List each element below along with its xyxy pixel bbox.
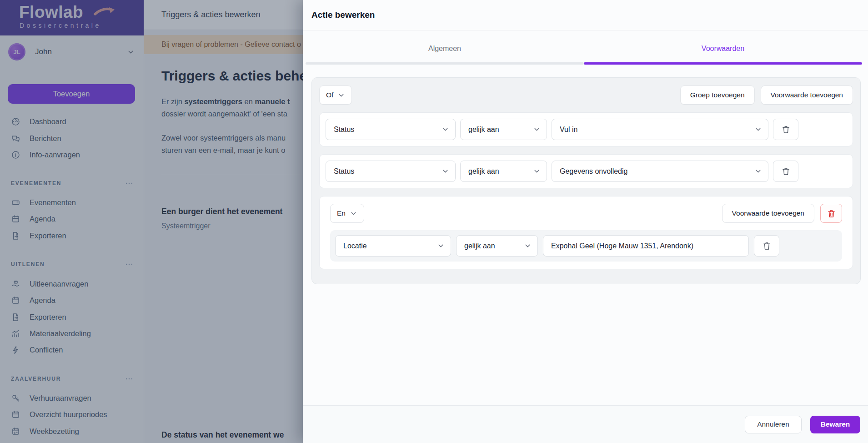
select-value: Locatie bbox=[343, 242, 437, 250]
tab-algemeen[interactable]: Algemeen bbox=[306, 30, 584, 65]
value-select[interactable]: Gegevens onvolledig bbox=[552, 161, 768, 182]
add-condition-button[interactable]: Voorwaarde toevoegen bbox=[761, 86, 853, 105]
operator-select[interactable]: gelijk aan bbox=[460, 119, 547, 140]
chevron-down-icon bbox=[524, 242, 532, 250]
trash-icon bbox=[762, 241, 772, 251]
select-value: Vul in bbox=[560, 126, 754, 134]
condition-row: Status gelijk aan Vul in bbox=[319, 112, 853, 146]
condition-builder: Of Groep toevoegen Voorwaarde toevoegen … bbox=[311, 77, 861, 284]
builder-header-row: Of Groep toevoegen Voorwaarde toevoegen bbox=[319, 86, 853, 105]
tab-voorwaarden[interactable]: Voorwaarden bbox=[584, 30, 862, 65]
chevron-down-icon bbox=[337, 91, 345, 99]
chevron-down-icon bbox=[533, 126, 541, 133]
select-value: gelijk aan bbox=[468, 126, 533, 134]
builder-header-actions: Groep toevoegen Voorwaarde toevoegen bbox=[680, 86, 853, 105]
modal-footer: Annuleren Bewaren bbox=[303, 405, 868, 443]
trash-icon bbox=[827, 209, 836, 218]
condition-row: Status gelijk aan Gegevens onvolledig bbox=[319, 154, 853, 188]
value-input[interactable] bbox=[543, 235, 749, 257]
group-header-row: En Voorwaarde toevoegen bbox=[330, 204, 842, 223]
operator-value: Of bbox=[326, 91, 333, 99]
add-condition-button[interactable]: Voorwaarde toevoegen bbox=[722, 204, 814, 223]
group-header-actions: Voorwaarde toevoegen bbox=[722, 204, 842, 223]
delete-condition-button[interactable] bbox=[773, 119, 798, 140]
group-operator-select[interactable]: En bbox=[330, 204, 364, 223]
modal-backdrop[interactable] bbox=[0, 0, 303, 443]
delete-condition-button[interactable] bbox=[773, 161, 798, 182]
operator-select[interactable]: gelijk aan bbox=[460, 161, 547, 182]
operator-select[interactable]: gelijk aan bbox=[456, 235, 538, 257]
trash-icon bbox=[781, 166, 791, 176]
chevron-down-icon bbox=[754, 167, 762, 175]
select-value: Status bbox=[334, 126, 442, 134]
modal-tabs: Algemeen Voorwaarden bbox=[306, 30, 862, 65]
app: Flowlab Dossiercentrale JL John Toevoege… bbox=[0, 0, 868, 443]
field-select[interactable]: Locatie bbox=[335, 235, 451, 257]
tab-label: Voorwaarden bbox=[702, 45, 744, 53]
edit-action-modal: Actie bewerken Algemeen Voorwaarden Of bbox=[303, 0, 868, 443]
select-value: Gegevens onvolledig bbox=[560, 167, 754, 176]
chevron-down-icon bbox=[442, 167, 449, 175]
chevron-down-icon bbox=[350, 210, 357, 217]
add-group-button[interactable]: Groep toevoegen bbox=[680, 86, 755, 105]
group-conditions-panel: Locatie gelijk aan bbox=[330, 230, 842, 262]
field-select[interactable]: Status bbox=[326, 119, 456, 140]
value-select[interactable]: Vul in bbox=[552, 119, 768, 140]
cancel-button[interactable]: Annuleren bbox=[745, 416, 802, 433]
modal-title: Actie bewerken bbox=[311, 10, 375, 20]
operator-value: En bbox=[337, 209, 346, 217]
modal-header: Actie bewerken bbox=[303, 0, 868, 30]
chevron-down-icon bbox=[442, 126, 449, 133]
tab-label: Algemeen bbox=[428, 45, 461, 53]
chevron-down-icon bbox=[533, 167, 541, 175]
save-button[interactable]: Bewaren bbox=[810, 416, 860, 433]
field-select[interactable]: Status bbox=[326, 161, 456, 182]
chevron-down-icon bbox=[754, 126, 762, 133]
delete-group-button[interactable] bbox=[820, 204, 842, 223]
root-operator-select[interactable]: Of bbox=[319, 86, 352, 105]
trash-icon bbox=[781, 125, 791, 134]
chevron-down-icon bbox=[437, 242, 445, 250]
select-value: gelijk aan bbox=[464, 242, 524, 250]
modal-body: Of Groep toevoegen Voorwaarde toevoegen … bbox=[303, 65, 868, 405]
select-value: gelijk aan bbox=[468, 167, 533, 176]
select-value: Status bbox=[334, 167, 442, 176]
delete-condition-button[interactable] bbox=[754, 235, 779, 257]
condition-group: En Voorwaarde toevoegen Locatie bbox=[319, 196, 853, 269]
